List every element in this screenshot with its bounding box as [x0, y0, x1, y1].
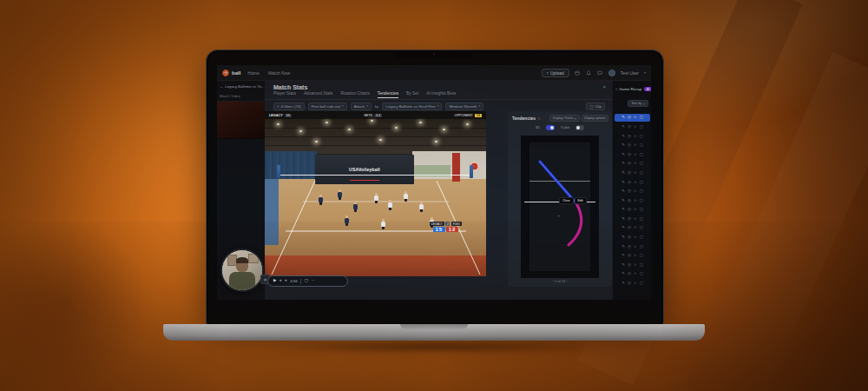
play-button[interactable]: ▶	[273, 279, 277, 283]
box-icon[interactable]: ▢	[640, 153, 643, 156]
edit-icon[interactable]: ✎	[621, 143, 625, 147]
edit-icon[interactable]: ✎	[621, 125, 625, 129]
tooltip-edit-button[interactable]: Edit	[575, 197, 587, 204]
edit-icon[interactable]: ✎	[621, 226, 625, 229]
next-page-icon[interactable]: ›	[565, 279, 567, 283]
star-icon[interactable]: ☆	[634, 254, 637, 257]
user-avatar[interactable]	[608, 70, 615, 76]
toggle-3d[interactable]	[546, 125, 555, 130]
court-pagination[interactable]: ‹ 1 of 24 ›	[508, 279, 612, 283]
star-icon[interactable]: ☆	[634, 189, 637, 193]
clock-icon[interactable]: ◷	[628, 235, 631, 239]
toggle-xplot[interactable]	[575, 125, 584, 130]
box-icon[interactable]: ▢	[640, 208, 643, 211]
user-menu-caret-icon[interactable]: ▾	[644, 70, 646, 75]
star-icon[interactable]: ☆	[634, 153, 637, 156]
edit-icon[interactable]: ✎	[621, 199, 625, 202]
tab-tendencies[interactable]: Tendencies	[378, 91, 398, 98]
filter-dropdown[interactable]: Attack▾	[351, 103, 372, 110]
tab-by-set[interactable]: By Set	[406, 91, 418, 98]
box-icon[interactable]: ▢	[640, 143, 643, 147]
star-icon[interactable]: ☆	[634, 263, 637, 267]
rally-row[interactable]: ✎◷☆▢	[615, 150, 650, 158]
edit-icon[interactable]: ✎	[621, 162, 625, 165]
tab-rotation-charts[interactable]: Rotation Charts	[340, 91, 369, 98]
edit-icon[interactable]: ✎	[621, 116, 625, 119]
more-options-button[interactable]: ···	[312, 279, 316, 283]
webcam-overlay[interactable]	[220, 249, 264, 292]
star-icon[interactable]: ☆	[634, 208, 637, 211]
edit-icon[interactable]: ✎	[621, 282, 625, 285]
star-icon[interactable]: ☆	[634, 199, 637, 202]
edit-icon[interactable]: ✎	[621, 181, 625, 184]
tab-ai-insights-beta[interactable]: AI Insights Beta	[426, 91, 456, 98]
box-icon[interactable]: ▢	[640, 217, 643, 221]
tab-player-stats[interactable]: Player Stats	[273, 91, 296, 98]
rally-row[interactable]: ✎◷☆▢	[615, 279, 650, 287]
sort-dropdown[interactable]: Sort by ▾	[628, 100, 648, 107]
match-video-thumbnail[interactable]	[217, 101, 265, 139]
clock-icon[interactable]: ◷	[628, 181, 631, 184]
edit-icon[interactable]: ✎	[621, 171, 625, 175]
fullscreen-button[interactable]: ▢	[305, 279, 308, 283]
clock-icon[interactable]: ◷	[628, 116, 631, 119]
box-icon[interactable]: ▢	[640, 254, 643, 257]
navbar-item[interactable]: Home	[247, 70, 259, 76]
edit-icon[interactable]: ✎	[621, 263, 625, 267]
brand[interactable]: ball	[222, 70, 240, 76]
star-icon[interactable]: ☆	[634, 181, 637, 184]
star-icon[interactable]: ☆	[634, 226, 637, 229]
star-icon[interactable]: ☆	[634, 272, 637, 275]
star-icon[interactable]: ☆	[634, 116, 637, 119]
filter-dropdown[interactable]: Medium Warmth▾	[445, 103, 483, 110]
clock-icon[interactable]: ◷	[628, 282, 631, 285]
rally-row[interactable]: ✎◷☆▢	[615, 206, 650, 214]
edit-icon[interactable]: ✎	[621, 208, 625, 211]
rally-row[interactable]: ✎◷☆▢	[615, 114, 650, 122]
box-icon[interactable]: ▢	[640, 162, 643, 165]
box-icon[interactable]: ▢	[640, 171, 643, 175]
filter-dropdown[interactable]: First ball side out▾	[308, 103, 347, 110]
edit-icon[interactable]: ✎	[621, 254, 625, 257]
rally-row[interactable]: ✎◷☆▢	[615, 270, 650, 278]
court-diagram[interactable]: + Clear Edit	[521, 136, 599, 278]
box-icon[interactable]: ▢	[640, 272, 643, 275]
star-icon[interactable]: ☆	[634, 162, 637, 165]
rally-row[interactable]: ✎◷☆▢	[615, 196, 650, 204]
upload-button[interactable]: ↑ Upload	[542, 69, 569, 77]
box-icon[interactable]: ▢	[640, 263, 643, 267]
clock-icon[interactable]: ◷	[628, 263, 631, 267]
rally-row[interactable]: ✎◷☆▢	[615, 252, 650, 260]
video-player[interactable]: USAVolleyball LEGACY 15	[265, 111, 486, 276]
star-icon[interactable]: ☆	[634, 217, 637, 221]
star-icon[interactable]: ☆	[634, 235, 637, 239]
box-icon[interactable]: ▢	[640, 189, 643, 193]
clock-icon[interactable]: ◷	[628, 162, 631, 165]
star-icon[interactable]: ☆	[634, 125, 637, 129]
clock-icon[interactable]: ◷	[628, 217, 631, 221]
box-icon[interactable]: ▢	[640, 282, 643, 285]
edit-icon[interactable]: ✎	[621, 217, 625, 221]
skip-back-button[interactable]: «	[279, 279, 282, 283]
messages-chat-icon[interactable]	[597, 70, 603, 76]
rally-row[interactable]: ✎◷☆▢	[615, 160, 650, 168]
rally-row[interactable]: ✎◷☆▢	[615, 224, 650, 232]
clock-icon[interactable]: ◷	[628, 135, 631, 138]
box-icon[interactable]: ▢	[640, 245, 643, 249]
box-icon[interactable]: ▢	[640, 199, 643, 202]
star-icon[interactable]: ☆	[634, 135, 637, 138]
rally-row[interactable]: ✎◷☆▢	[615, 142, 650, 149]
clip-button[interactable]: ▢ Clip	[586, 103, 605, 110]
edit-icon[interactable]: ✎	[621, 153, 625, 156]
star-icon[interactable]: ☆	[634, 282, 637, 285]
edit-pencil-icon[interactable]: ✎	[537, 116, 540, 121]
game-recap-button[interactable]: ≡ Game Recap AI	[613, 81, 651, 91]
star-icon[interactable]: ☆	[634, 143, 637, 147]
edit-icon[interactable]: ✎	[621, 135, 625, 138]
skip-forward-button[interactable]: »	[285, 279, 287, 283]
rally-row[interactable]: ✎◷☆▢	[615, 188, 650, 196]
edit-icon[interactable]: ✎	[621, 272, 625, 275]
clock-icon[interactable]: ◷	[628, 171, 631, 175]
calendar-icon[interactable]	[575, 70, 581, 76]
box-icon[interactable]: ▢	[640, 135, 643, 138]
